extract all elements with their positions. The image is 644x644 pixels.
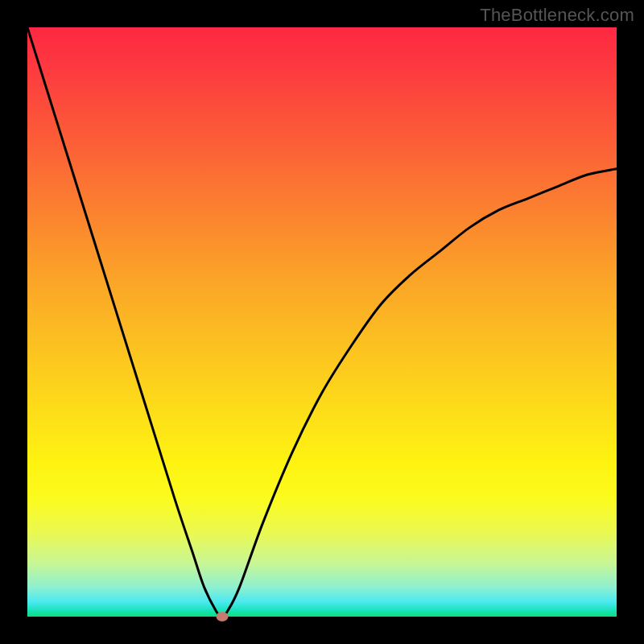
watermark-text: TheBottleneck.com [480,5,634,26]
chart-plot-area [27,27,617,617]
bottleneck-curve [27,27,617,617]
optimal-point-marker [216,612,228,621]
